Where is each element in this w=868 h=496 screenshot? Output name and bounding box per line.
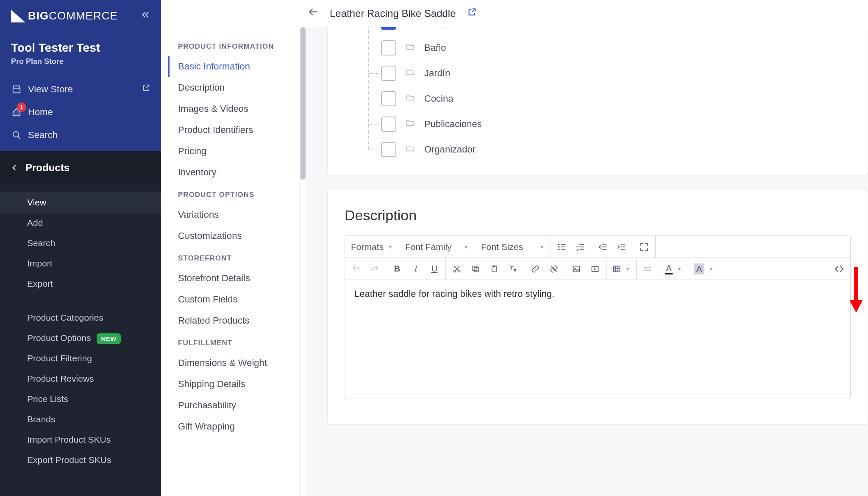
category-tree: ✓ Comprar todo Baño Jardín Cocina (351, 27, 855, 162)
section-gift-wrapping[interactable]: Gift Wrapping (178, 416, 301, 437)
section-shipping-details[interactable]: Shipping Details (178, 374, 301, 395)
svg-rect-14 (573, 266, 580, 272)
ordered-list-button[interactable]: 123 (576, 242, 586, 252)
subnav-product-categories[interactable]: Product Categories (0, 308, 161, 328)
products-sublist: View Add Search Import Export Product Ca… (0, 185, 161, 483)
subnav-view[interactable]: View (0, 192, 161, 213)
underline-button[interactable]: U (429, 264, 440, 274)
table-button[interactable]: ▼ (612, 265, 630, 273)
svg-point-1 (558, 244, 560, 245)
category-checkbox[interactable] (381, 40, 396, 55)
subnav-export-skus[interactable]: Export Product SKUs (0, 450, 161, 470)
label: Font Sizes (481, 242, 523, 252)
products-header-label: Products (25, 162, 70, 174)
subnav-product-filtering[interactable]: Product Filtering (0, 348, 161, 369)
chevrons-left-icon (141, 10, 150, 19)
section-customizations[interactable]: Customizations (178, 225, 301, 247)
rich-text-editor: Formats▼ Font Family▼ Font Sizes▼ 123 (345, 236, 851, 399)
subnav-brands[interactable]: Brands (0, 409, 161, 429)
subnav-search[interactable]: Search (0, 233, 161, 253)
sidebar-collapse-button[interactable] (141, 9, 150, 22)
nav-view-store[interactable]: View Store (11, 78, 150, 101)
nav-search[interactable]: Search (11, 124, 150, 151)
category-checkbox[interactable] (381, 116, 396, 132)
svg-point-0 (13, 132, 19, 137)
category-row[interactable]: Cocina (381, 86, 855, 111)
section-inventory[interactable]: Inventory (178, 162, 301, 183)
section-variations[interactable]: Variations (178, 204, 301, 225)
subnav-add[interactable]: Add (0, 213, 161, 233)
svg-text:T: T (509, 265, 514, 272)
nav-label: Home (28, 107, 53, 118)
svg-text:3: 3 (576, 248, 578, 251)
category-row[interactable]: Organizador (381, 137, 855, 162)
folder-icon (406, 42, 415, 54)
horizontal-rule-button[interactable] (643, 264, 653, 274)
section-storefront-details[interactable]: Storefront Details (178, 268, 301, 289)
category-checkbox[interactable] (381, 91, 396, 106)
unordered-list-button[interactable] (557, 242, 567, 252)
subnav-product-options[interactable]: Product Options NEW (0, 328, 161, 348)
italic-button[interactable]: I (411, 264, 421, 274)
app-sidebar: BIGCOMMERCE Tool Tester Test Pro Plan St… (0, 0, 161, 496)
section-product-identifiers[interactable]: Product Identifiers (178, 119, 301, 141)
scrollbar-thumb[interactable] (300, 27, 306, 180)
clear-formatting-button[interactable]: T (508, 264, 518, 274)
source-code-button[interactable] (834, 264, 844, 274)
background-color-button[interactable]: A▼ (694, 263, 714, 274)
subnav-price-lists[interactable]: Price Lists (0, 389, 161, 409)
nav-home[interactable]: 1 Home (11, 101, 150, 124)
section-pricing[interactable]: Pricing (178, 141, 301, 162)
category-checkbox[interactable] (381, 142, 396, 157)
category-checkbox[interactable] (381, 66, 396, 81)
category-row[interactable]: Baño (381, 35, 855, 61)
products-back-header[interactable]: Products (0, 151, 161, 185)
section-nav-scrollbar[interactable] (300, 27, 306, 496)
section-dimensions-weight[interactable]: Dimensions & Weight (178, 352, 301, 374)
paste-button[interactable] (489, 264, 499, 274)
categories-panel: ✓ Comprar todo Baño Jardín Cocina (327, 27, 868, 175)
category-row[interactable]: Publicaciones (381, 111, 855, 137)
font-family-dropdown[interactable]: Font Family▼ (405, 242, 469, 252)
copy-button[interactable] (470, 264, 481, 274)
subnav-product-reviews[interactable]: Product Reviews (0, 369, 161, 389)
editor-content[interactable]: Leather saddle for racing bikes with ret… (345, 280, 850, 399)
sidebar-top: BIGCOMMERCE Tool Tester Test Pro Plan St… (0, 0, 161, 151)
cut-button[interactable] (452, 264, 462, 274)
link-button[interactable] (530, 264, 540, 274)
bold-button[interactable]: B (392, 264, 402, 274)
indent-button[interactable] (617, 242, 627, 252)
category-row[interactable]: ✓ Comprar todo (381, 27, 855, 35)
back-button[interactable] (308, 6, 319, 20)
category-label: Baño (424, 42, 446, 53)
section-custom-fields[interactable]: Custom Fields (178, 289, 301, 310)
subnav-import[interactable]: Import (0, 253, 161, 274)
font-sizes-dropdown[interactable]: Font Sizes▼ (481, 242, 545, 252)
category-checkbox[interactable]: ✓ (381, 27, 396, 30)
external-link-icon (142, 84, 150, 95)
product-section-nav: PRODUCT INFORMATION Basic Information De… (161, 27, 301, 496)
logo[interactable]: BIGCOMMERCE (11, 9, 118, 22)
undo-button[interactable] (351, 264, 361, 274)
text-color-button[interactable]: A▼ (665, 263, 682, 274)
section-related-products[interactable]: Related Products (178, 310, 301, 331)
description-heading: Description (345, 207, 851, 224)
formats-dropdown[interactable]: Formats▼ (351, 242, 393, 252)
subnav-export[interactable]: Export (0, 274, 161, 294)
section-basic-information[interactable]: Basic Information (168, 56, 301, 77)
fullscreen-button[interactable] (639, 242, 649, 252)
redo-button[interactable] (370, 264, 380, 274)
outdent-button[interactable] (598, 242, 608, 252)
svg-rect-9 (474, 267, 479, 272)
category-label: Comprar todo (424, 27, 481, 28)
subnav-import-skus[interactable]: Import Product SKUs (0, 429, 161, 450)
section-description[interactable]: Description (178, 77, 301, 98)
unlink-button[interactable] (549, 264, 559, 274)
category-row[interactable]: Jardín (381, 61, 855, 86)
section-images-videos[interactable]: Images & Videos (178, 98, 301, 119)
image-button[interactable] (571, 264, 581, 274)
section-purchasability[interactable]: Purchasability (178, 395, 301, 416)
video-button[interactable] (590, 264, 600, 274)
new-badge: NEW (97, 333, 121, 344)
open-in-storefront-button[interactable] (467, 8, 476, 19)
